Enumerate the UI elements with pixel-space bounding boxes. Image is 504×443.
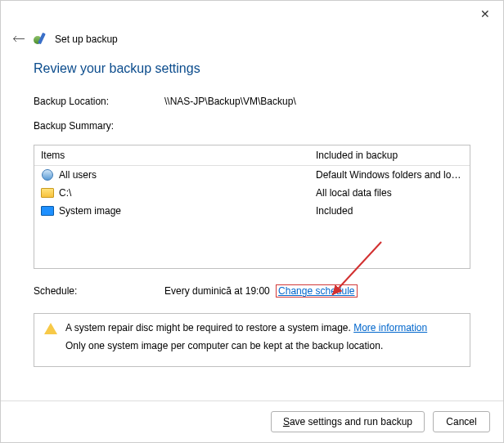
users-icon <box>41 168 54 181</box>
summary-item-included: Included <box>316 205 463 217</box>
schedule-row: Schedule: Every duminică at 19:00 Change… <box>34 285 470 297</box>
warning-icon <box>44 323 57 336</box>
info-box: A system repair disc might be required t… <box>34 313 470 367</box>
change-schedule-link[interactable]: Change schedule <box>276 284 357 298</box>
monitor-icon <box>41 204 54 217</box>
schedule-label: Schedule: <box>34 285 164 297</box>
summary-item-included: All local data files <box>316 187 463 199</box>
summary-row[interactable]: System image Included <box>34 202 470 220</box>
folder-icon <box>41 186 54 199</box>
summary-header-included: Included in backup <box>316 150 463 161</box>
back-arrow-icon[interactable]: 🡐 <box>12 32 25 47</box>
schedule-value: Every duminică at 19:00 <box>164 285 270 297</box>
close-button[interactable]: ✕ <box>477 7 493 20</box>
backup-location-label: Backup Location: <box>34 96 164 107</box>
info-line-1: A system repair disc might be required t… <box>65 322 427 333</box>
summary-list: Items Included in backup All users Defau… <box>34 145 470 269</box>
backup-summary-label-row: Backup Summary: <box>34 120 470 132</box>
page-title: Review your backup settings <box>34 61 470 76</box>
backup-wizard-icon <box>34 33 47 46</box>
summary-header-items: Items <box>41 150 316 161</box>
cancel-button[interactable]: Cancel <box>433 411 490 432</box>
summary-header: Items Included in backup <box>34 145 470 166</box>
more-information-link[interactable]: More information <box>353 322 427 333</box>
titlebar: 🡐 Set up backup <box>1 1 503 53</box>
info-line-2: Only one system image per computer can b… <box>65 340 427 351</box>
window-title: Set up backup <box>55 34 118 45</box>
backup-summary-label: Backup Summary: <box>34 120 114 132</box>
summary-item-name: C:\ <box>59 187 71 199</box>
summary-row[interactable]: C:\ All local data files <box>34 184 470 202</box>
summary-item-name: System image <box>59 205 121 217</box>
save-settings-button[interactable]: Save settings and run backup <box>271 411 425 432</box>
backup-location-value: \\NAS-JP\Backup\VM\Backup\ <box>164 96 296 107</box>
summary-item-included: Default Windows folders and lo… <box>316 169 463 181</box>
summary-row[interactable]: All users Default Windows folders and lo… <box>34 166 470 184</box>
backup-location-row: Backup Location: \\NAS-JP\Backup\VM\Back… <box>34 96 470 107</box>
button-bar: Save settings and run backup Cancel <box>1 400 503 442</box>
summary-item-name: All users <box>59 169 97 181</box>
